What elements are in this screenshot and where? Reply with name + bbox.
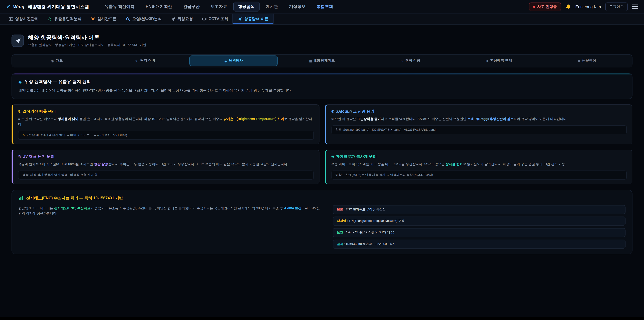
tab-prediction-link[interactable]: ⊕확산예측 연계 [454,56,543,66]
remote-sensing-title-row: ◈ 위성 원격탐사 — 유출유 탐지 원리 [18,79,626,85]
enc-step-label: 보간 [337,230,343,234]
topbar-right: 사고 진행중 Eunjeong Kim 로그아웃 [529,2,638,11]
remote-sensing-panel: ◈ 위성 원격탐사 — 유출유 탐지 원리 해양 유출유는 해수면에 유막을 형… [12,73,632,99]
section-title: 위성 원격탐사 — 유출유 탐지 원리 [24,79,91,85]
nav-item-aerial-search[interactable]: 항공탐색 [233,2,260,12]
subtab-cctv-view[interactable]: CCTV 조회 [198,14,232,24]
card-title: ③ UV 형광 탐지 원리 [18,154,314,159]
enc-step-source: 원본 : ENC 전자해도 무작위 측심점 [333,205,626,214]
tab-label: 개요 [56,58,63,63]
nav-item-oil-spill-prediction[interactable]: 유출유 확산예측 [100,2,139,12]
card-body: 수동 마이크로파 복사계는 지구 방출 마이크로파를 수신합니다. 유막이 있으… [331,162,627,167]
satellite-request-icon [171,17,175,21]
oil-droplet-icon [48,17,52,21]
drone-icon [90,17,95,21]
aerial-search-subnav: 영상사진관리 유출유면적분석 실시간드론 오염/선박3D분석 위성요청 CCTV… [0,14,644,25]
subtab-aerial-search-theory[interactable]: 항공탐색 이론 [232,14,274,24]
card-note: 활용: Sentinel-1(C-band) · KOMPSAT-5(X-ban… [331,125,627,134]
card-note: 적용: 해경 감시 항공기 야간 탐색 · 비정상 유출 신고 확인 [18,170,314,179]
magnifier-icon [126,17,130,21]
overview-icon: ◉ [51,59,54,63]
tab-label: 면적 산정 [405,58,420,63]
tab-overview[interactable]: ◉개요 [13,56,101,66]
card-body: 해수면 위 유막은 해수보다 방사율이 낮아 동일 온도에서도 적외선 방출량이… [18,117,314,127]
enc-description: 항공탐색 좌표 데이터는 전자해도(ENC) 수심자료와 중첩되어 유출유의 수… [18,205,323,216]
enc-step-value: 15초(463m) 등간격 · 3,225,600 격자 [346,242,396,245]
paper-plane-icon [238,17,242,21]
subtab-pollution-ship-3d[interactable]: 오염/선박3D분석 [121,14,166,24]
subtab-oil-area-analysis[interactable]: 유출유면적분석 [43,14,86,24]
enc-step-separator: : [343,207,346,211]
subtab-label: 오염/선박3D분석 [132,16,162,22]
enc-step-result: 결과 : 15초(463m) 등간격 · 3,225,600 격자 [333,239,626,248]
topbar: Wing 해양환경 위기대응 통합시스템 유출유 확산예측 HNS·대기확산 긴… [0,0,644,14]
app-root: Wing 해양환경 위기대응 통합시스템 유출유 확산예측 HNS·대기확산 긴… [0,0,644,320]
bar-chart-icon [18,196,23,200]
incident-status-badge: 사고 진행중 [529,2,561,11]
uv-fluorescence-card: ③ UV 형광 탐지 원리 석유계 탄화수소에 자외선(310~400nm)을 … [12,150,320,184]
enc-step-separator: : [343,242,346,245]
menu-hamburger-icon[interactable] [632,4,638,9]
subtab-image-photo-management[interactable]: 영상사진관리 [4,14,43,24]
enc-columns: 항공탐색 좌표 데이터는 전자해도(ENC) 수심자료와 중첩되어 유출유의 수… [18,205,626,248]
section-description: 해양 유출유는 해수면에 유막을 형성하여 전자기파 반사·방출·산란 특성을 … [18,88,626,93]
thermal-ir-card: ① 열적외선 방출 원리 해수면 위 유막은 해수보다 방사율이 낮아 동일 온… [12,104,320,144]
nav-item-board[interactable]: 게시판 [261,2,283,12]
map-icon: ▦ [309,59,312,63]
tab-label: 탐지 장비 [140,58,155,63]
card-body: 해수면 위 유막은 표면장력을 증가시켜 소파를 억제합니다. SAR에서 해수… [331,117,627,122]
enc-step-value: Akima 2차원 5차다항식 (21개 계수) [346,230,394,234]
logo[interactable]: Wing 해양환경 위기대응 통합시스템 [6,4,89,10]
enc-process-list: 원본 : ENC 전자해도 무작위 측심점 삼각망 : TIN(Triangul… [333,205,626,248]
page-header: 해양 항공탐색·원격탐사 이론 유출유 원격탐지 · 항공감시 기법 · ESI… [12,34,632,47]
wing-logo-icon [6,4,10,9]
enc-step-separator: : [343,230,346,234]
tab-label: ESI 방제지도 [314,58,335,63]
app-title: 해양환경 위기대응 통합시스템 [28,4,89,10]
subtab-label: 유출유면적분석 [54,16,82,22]
enc-title-row: 전자해도(ENC) 수심자료 처리 — 특허 10-1567431 기반 [18,195,626,201]
card-body: 석유계 탄화수소에 자외선(310~400nm)을 조사하면 형광 발광합니다.… [18,162,314,167]
theory-section-tabbar: ◉개요 ✈탐지 장비 ◈원격탐사 ▦ESI 방제지도 ✎면적 산정 ⊕확산예측 … [12,54,632,67]
page-title: 해양 항공탐색·원격탐사 이론 [28,34,146,42]
incident-dot-icon [533,6,535,8]
tab-papers-patents[interactable]: ≡논문특허 [543,56,631,66]
logout-button[interactable]: 로그아웃 [606,2,628,11]
satellite-icon: ◈ [224,59,227,63]
card-title: ② SAR 브래그 산란 원리 [331,109,627,114]
tab-label: 논문특허 [582,58,596,63]
page-icon-box [12,35,24,47]
enc-bathymetry-panel: 전자해도(ENC) 수심자료 처리 — 특허 10-1567431 기반 항공탐… [12,190,632,254]
paper-plane-icon [14,38,21,44]
subtab-label: CCTV 조회 [209,16,228,22]
cctv-camera-icon [202,17,206,21]
card-note: 해상도 한계(50km)로 단독 사용 불가 → 열적외선과 융합 (NGSST… [331,170,627,179]
subtab-realtime-drone[interactable]: 실시간드론 [86,14,121,24]
enc-step-value: ENC 전자해도 무작위 측심점 [346,207,386,211]
aircraft-icon: ✈ [135,59,138,63]
nav-item-integrated-search[interactable]: 통합조회 [312,2,338,12]
subtab-satellite-request[interactable]: 위성요청 [166,14,198,24]
theory-page: 해양 항공탐색·원격탐사 이론 유출유 원격탐지 · 항공감시 기법 · ESI… [0,34,644,254]
page-title-block: 해양 항공탐색·원격탐사 이론 유출유 원격탐지 · 항공감시 기법 · ESI… [28,34,146,47]
page-subtitle: 유출유 원격탐지 · 항공감시 기법 · ESI 방제정보지도 · 등록특허 1… [28,43,146,47]
nav-item-weather-info[interactable]: 기상정보 [284,2,310,12]
notification-bell-icon[interactable] [566,4,571,9]
nav-item-emergency-rescue[interactable]: 긴급구난 [178,2,204,12]
enc-step-separator: : [346,219,349,222]
nav-item-hns-air-diffusion[interactable]: HNS·대기확산 [141,2,177,12]
tab-detection-equipment[interactable]: ✈탐지 장비 [101,56,190,66]
tab-label: 원격탐사 [229,58,243,63]
card-title: ④ 마이크로파 복사계 원리 [331,154,627,159]
enc-step-tin: 삼각망 : TIN(Triangulated Irregular Network… [333,216,626,225]
nav-item-reports[interactable]: 보고자료 [206,2,232,12]
card-title: ① 열적외선 방출 원리 [18,109,314,114]
tab-esi-map[interactable]: ▦ESI 방제지도 [278,56,366,66]
subtab-label: 실시간드론 [97,16,116,22]
tab-remote-sensing[interactable]: ◈원격탐사 [190,56,278,66]
microwave-radiometer-card: ④ 마이크로파 복사계 원리 수동 마이크로파 복사계는 지구 방출 마이크로파… [325,150,632,184]
subtab-label: 영상사진관리 [15,16,39,22]
enc-step-interpolation: 보간 : Akima 2차원 5차다항식 (21개 계수) [333,228,626,237]
tab-area-calculation[interactable]: ✎면적 산정 [366,56,454,66]
enc-step-label: 삼각망 [337,219,346,222]
